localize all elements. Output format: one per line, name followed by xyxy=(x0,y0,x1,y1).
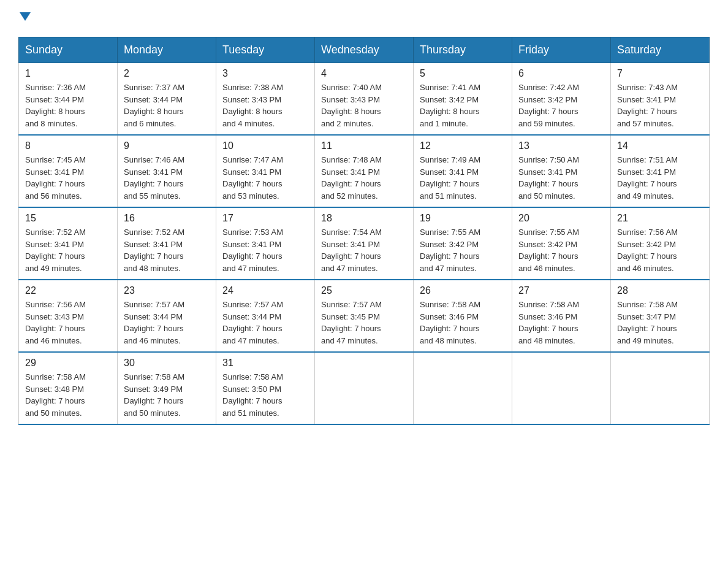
day-number: 8 xyxy=(25,140,111,151)
table-row: 18Sunrise: 7:54 AM Sunset: 3:41 PM Dayli… xyxy=(315,207,414,280)
day-info: Sunrise: 7:53 AM Sunset: 3:41 PM Dayligh… xyxy=(222,226,308,274)
day-info: Sunrise: 7:41 AM Sunset: 3:42 PM Dayligh… xyxy=(420,82,506,129)
day-info: Sunrise: 7:51 AM Sunset: 3:41 PM Dayligh… xyxy=(617,154,703,202)
header-wednesday: Wednesday xyxy=(315,37,414,63)
table-row: 21Sunrise: 7:56 AM Sunset: 3:42 PM Dayli… xyxy=(611,207,710,280)
day-number: 7 xyxy=(617,68,703,79)
day-number: 18 xyxy=(321,213,407,224)
day-number: 31 xyxy=(222,358,308,369)
table-row: 4Sunrise: 7:40 AM Sunset: 3:43 PM Daylig… xyxy=(315,63,414,136)
day-number: 1 xyxy=(25,68,111,79)
table-row: 8Sunrise: 7:45 AM Sunset: 3:41 PM Daylig… xyxy=(19,135,118,207)
day-info: Sunrise: 7:55 AM Sunset: 3:42 PM Dayligh… xyxy=(518,226,604,274)
day-info: Sunrise: 7:45 AM Sunset: 3:41 PM Dayligh… xyxy=(25,154,111,202)
day-number: 17 xyxy=(222,213,308,224)
day-number: 21 xyxy=(617,213,703,224)
day-info: Sunrise: 7:58 AM Sunset: 3:49 PM Dayligh… xyxy=(124,371,210,419)
day-info: Sunrise: 7:47 AM Sunset: 3:41 PM Dayligh… xyxy=(222,154,308,202)
table-row xyxy=(611,352,710,424)
day-info: Sunrise: 7:48 AM Sunset: 3:41 PM Dayligh… xyxy=(321,154,407,202)
table-row: 10Sunrise: 7:47 AM Sunset: 3:41 PM Dayli… xyxy=(216,135,315,207)
day-number: 2 xyxy=(124,68,210,79)
day-number: 4 xyxy=(321,68,407,79)
day-number: 29 xyxy=(25,358,111,369)
table-row: 31Sunrise: 7:58 AM Sunset: 3:50 PM Dayli… xyxy=(216,352,315,424)
day-info: Sunrise: 7:37 AM Sunset: 3:44 PM Dayligh… xyxy=(124,82,210,129)
table-row: 14Sunrise: 7:51 AM Sunset: 3:41 PM Dayli… xyxy=(611,135,710,207)
day-number: 6 xyxy=(518,68,604,79)
calendar-week-row: 8Sunrise: 7:45 AM Sunset: 3:41 PM Daylig… xyxy=(19,135,710,207)
day-info: Sunrise: 7:46 AM Sunset: 3:41 PM Dayligh… xyxy=(124,154,210,202)
day-number: 15 xyxy=(25,213,111,224)
day-number: 22 xyxy=(25,285,111,296)
table-row: 22Sunrise: 7:56 AM Sunset: 3:43 PM Dayli… xyxy=(19,280,118,352)
svg-marker-0 xyxy=(20,12,31,21)
day-info: Sunrise: 7:58 AM Sunset: 3:48 PM Dayligh… xyxy=(25,371,111,419)
calendar-table: Sunday Monday Tuesday Wednesday Thursday… xyxy=(18,37,710,425)
day-info: Sunrise: 7:42 AM Sunset: 3:42 PM Dayligh… xyxy=(518,82,604,129)
table-row: 23Sunrise: 7:57 AM Sunset: 3:44 PM Dayli… xyxy=(118,280,216,352)
table-row xyxy=(315,352,414,424)
page-header xyxy=(18,12,710,25)
day-number: 28 xyxy=(617,285,703,296)
day-number: 9 xyxy=(124,140,210,151)
table-row: 20Sunrise: 7:55 AM Sunset: 3:42 PM Dayli… xyxy=(512,207,611,280)
day-info: Sunrise: 7:57 AM Sunset: 3:44 PM Dayligh… xyxy=(124,299,210,347)
day-info: Sunrise: 7:58 AM Sunset: 3:46 PM Dayligh… xyxy=(420,299,506,347)
logo-triangle-icon xyxy=(20,12,31,23)
header-sunday: Sunday xyxy=(19,37,118,63)
calendar-week-row: 22Sunrise: 7:56 AM Sunset: 3:43 PM Dayli… xyxy=(19,280,710,352)
table-row: 17Sunrise: 7:53 AM Sunset: 3:41 PM Dayli… xyxy=(216,207,315,280)
day-info: Sunrise: 7:52 AM Sunset: 3:41 PM Dayligh… xyxy=(25,226,111,274)
day-number: 30 xyxy=(124,358,210,369)
table-row: 12Sunrise: 7:49 AM Sunset: 3:41 PM Dayli… xyxy=(414,135,512,207)
day-info: Sunrise: 7:57 AM Sunset: 3:44 PM Dayligh… xyxy=(222,299,308,347)
table-row: 3Sunrise: 7:38 AM Sunset: 3:43 PM Daylig… xyxy=(216,63,315,136)
table-row: 1Sunrise: 7:36 AM Sunset: 3:44 PM Daylig… xyxy=(19,63,118,136)
day-info: Sunrise: 7:56 AM Sunset: 3:43 PM Dayligh… xyxy=(25,299,111,347)
day-number: 27 xyxy=(518,285,604,296)
table-row: 9Sunrise: 7:46 AM Sunset: 3:41 PM Daylig… xyxy=(118,135,216,207)
day-number: 19 xyxy=(420,213,506,224)
day-number: 11 xyxy=(321,140,407,151)
table-row: 27Sunrise: 7:58 AM Sunset: 3:46 PM Dayli… xyxy=(512,280,611,352)
logo xyxy=(18,12,31,25)
table-row: 28Sunrise: 7:58 AM Sunset: 3:47 PM Dayli… xyxy=(611,280,710,352)
day-info: Sunrise: 7:50 AM Sunset: 3:41 PM Dayligh… xyxy=(518,154,604,202)
table-row: 29Sunrise: 7:58 AM Sunset: 3:48 PM Dayli… xyxy=(19,352,118,424)
day-info: Sunrise: 7:58 AM Sunset: 3:46 PM Dayligh… xyxy=(518,299,604,347)
day-info: Sunrise: 7:52 AM Sunset: 3:41 PM Dayligh… xyxy=(124,226,210,274)
day-info: Sunrise: 7:54 AM Sunset: 3:41 PM Dayligh… xyxy=(321,226,407,274)
table-row: 11Sunrise: 7:48 AM Sunset: 3:41 PM Dayli… xyxy=(315,135,414,207)
header-tuesday: Tuesday xyxy=(216,37,315,63)
day-info: Sunrise: 7:40 AM Sunset: 3:43 PM Dayligh… xyxy=(321,82,407,129)
table-row: 15Sunrise: 7:52 AM Sunset: 3:41 PM Dayli… xyxy=(19,207,118,280)
table-row: 7Sunrise: 7:43 AM Sunset: 3:41 PM Daylig… xyxy=(611,63,710,136)
day-number: 10 xyxy=(222,140,308,151)
day-info: Sunrise: 7:58 AM Sunset: 3:50 PM Dayligh… xyxy=(222,371,308,419)
day-number: 13 xyxy=(518,140,604,151)
day-number: 12 xyxy=(420,140,506,151)
day-info: Sunrise: 7:36 AM Sunset: 3:44 PM Dayligh… xyxy=(25,82,111,129)
table-row: 6Sunrise: 7:42 AM Sunset: 3:42 PM Daylig… xyxy=(512,63,611,136)
day-info: Sunrise: 7:55 AM Sunset: 3:42 PM Dayligh… xyxy=(420,226,506,274)
header-saturday: Saturday xyxy=(611,37,710,63)
table-row xyxy=(414,352,512,424)
calendar-week-row: 1Sunrise: 7:36 AM Sunset: 3:44 PM Daylig… xyxy=(19,63,710,136)
day-number: 24 xyxy=(222,285,308,296)
header-monday: Monday xyxy=(118,37,216,63)
table-row: 2Sunrise: 7:37 AM Sunset: 3:44 PM Daylig… xyxy=(118,63,216,136)
table-row: 5Sunrise: 7:41 AM Sunset: 3:42 PM Daylig… xyxy=(414,63,512,136)
day-info: Sunrise: 7:49 AM Sunset: 3:41 PM Dayligh… xyxy=(420,154,506,202)
table-row: 24Sunrise: 7:57 AM Sunset: 3:44 PM Dayli… xyxy=(216,280,315,352)
calendar-week-row: 15Sunrise: 7:52 AM Sunset: 3:41 PM Dayli… xyxy=(19,207,710,280)
day-number: 26 xyxy=(420,285,506,296)
day-info: Sunrise: 7:56 AM Sunset: 3:42 PM Dayligh… xyxy=(617,226,703,274)
table-row: 13Sunrise: 7:50 AM Sunset: 3:41 PM Dayli… xyxy=(512,135,611,207)
table-row: 25Sunrise: 7:57 AM Sunset: 3:45 PM Dayli… xyxy=(315,280,414,352)
day-number: 20 xyxy=(518,213,604,224)
day-number: 3 xyxy=(222,68,308,79)
day-number: 23 xyxy=(124,285,210,296)
day-number: 16 xyxy=(124,213,210,224)
table-row: 19Sunrise: 7:55 AM Sunset: 3:42 PM Dayli… xyxy=(414,207,512,280)
